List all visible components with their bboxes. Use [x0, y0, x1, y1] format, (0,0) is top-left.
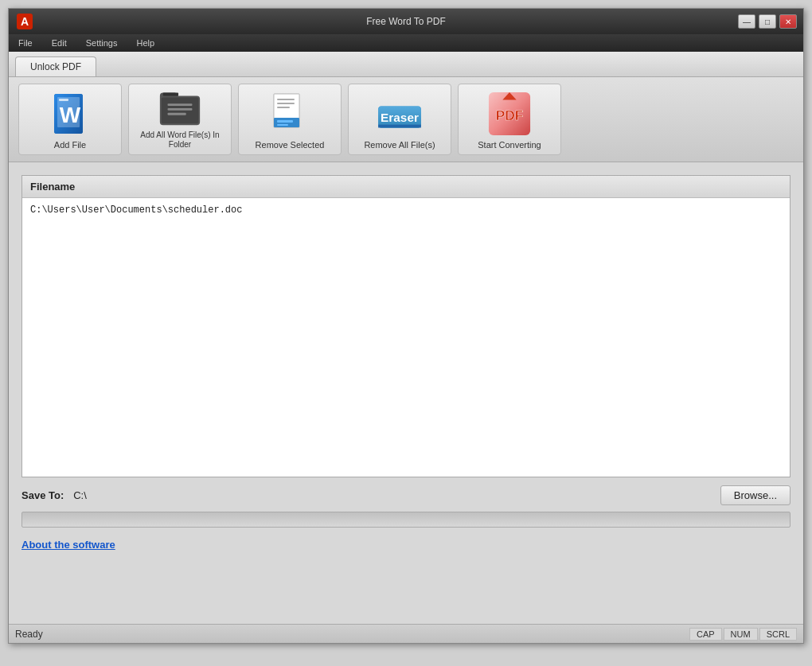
- add-file-button[interactable]: W Add File: [18, 84, 122, 155]
- remove-selected-label: Remove Selected: [256, 140, 325, 150]
- minimize-button[interactable]: —: [738, 14, 755, 29]
- svg-rect-14: [277, 103, 295, 104]
- add-folder-button[interactable]: Add All Word File(s) In Folder: [128, 84, 232, 155]
- add-folder-label: Add All Word File(s) In Folder: [129, 130, 231, 150]
- folder-icon: [157, 86, 203, 127]
- app-wrapper: A Free Word To PDF — □ ✕ File Edit Setti…: [0, 0, 812, 666]
- svg-text:A: A: [21, 15, 29, 28]
- file-table-body: C:\Users\User\Documents\scheduler.doc: [22, 198, 790, 222]
- cap-indicator: CAP: [689, 628, 722, 641]
- svg-text:Eraser: Eraser: [381, 111, 419, 124]
- add-file-label: Add File: [54, 140, 86, 150]
- remove-doc-icon: [271, 91, 308, 137]
- window-title: Free Word To PDF: [366, 16, 446, 27]
- menu-bar: File Edit Settings Help: [9, 34, 803, 52]
- status-text: Ready: [15, 629, 43, 640]
- svg-rect-10: [168, 108, 193, 111]
- svg-rect-11: [168, 113, 186, 115]
- svg-text:W: W: [60, 103, 81, 127]
- save-to-label: Save To:: [21, 489, 64, 501]
- menu-item-edit[interactable]: Edit: [47, 37, 72, 49]
- start-converting-label: Start Converting: [478, 140, 541, 150]
- tab-bar: Unlock PDF: [9, 52, 803, 77]
- status-bar: Ready CAP NUM SCRL: [9, 624, 803, 643]
- about-software-link[interactable]: About the software: [21, 539, 115, 551]
- word-doc-icon: W: [49, 91, 91, 137]
- save-to-row: Save To: C:\ Browse...: [21, 485, 791, 505]
- app-icon: A: [15, 12, 34, 31]
- remove-all-button[interactable]: Eraser Remove All File(s): [348, 84, 451, 155]
- scrl-indicator: SCRL: [759, 628, 797, 641]
- svg-rect-6: [59, 99, 68, 101]
- start-converting-button[interactable]: PDF Start Converting: [458, 84, 561, 155]
- svg-rect-15: [277, 107, 290, 108]
- status-indicators: CAP NUM SCRL: [689, 628, 797, 641]
- pdf-convert-icon: PDF: [487, 91, 532, 137]
- menu-item-settings[interactable]: Settings: [81, 37, 123, 49]
- remove-selected-button[interactable]: Remove Selected: [238, 84, 342, 155]
- filename-column-header: Filename: [22, 176, 790, 198]
- toolbar: W Add File Add All Word File(s) In Folde…: [9, 77, 803, 162]
- save-to-path: C:\: [70, 488, 714, 503]
- svg-rect-17: [277, 120, 293, 123]
- main-content: Filename C:\Users\User\Documents\schedul…: [9, 162, 803, 643]
- svg-rect-22: [378, 125, 421, 128]
- svg-rect-7: [163, 93, 178, 96]
- eraser-icon: Eraser: [377, 99, 423, 137]
- table-row[interactable]: C:\Users\User\Documents\scheduler.doc: [22, 201, 790, 219]
- tab-unlock-pdf[interactable]: Unlock PDF: [15, 56, 96, 76]
- num-indicator: NUM: [724, 628, 758, 641]
- svg-rect-9: [168, 103, 193, 106]
- svg-rect-13: [277, 99, 295, 100]
- svg-text:PDF: PDF: [496, 107, 524, 123]
- menu-item-file[interactable]: File: [14, 37, 37, 49]
- title-bar: A Free Word To PDF — □ ✕: [9, 9, 803, 34]
- maximize-button[interactable]: □: [759, 14, 776, 29]
- svg-rect-18: [277, 124, 288, 126]
- file-table: Filename C:\Users\User\Documents\schedul…: [21, 175, 791, 477]
- close-button[interactable]: ✕: [779, 14, 797, 29]
- window-controls: — □ ✕: [738, 14, 797, 29]
- menu-item-help[interactable]: Help: [131, 37, 159, 49]
- remove-all-label: Remove All File(s): [364, 140, 435, 150]
- main-window: A Free Word To PDF — □ ✕ File Edit Setti…: [8, 8, 804, 644]
- browse-button[interactable]: Browse...: [720, 485, 791, 505]
- progress-bar-container: [21, 512, 791, 528]
